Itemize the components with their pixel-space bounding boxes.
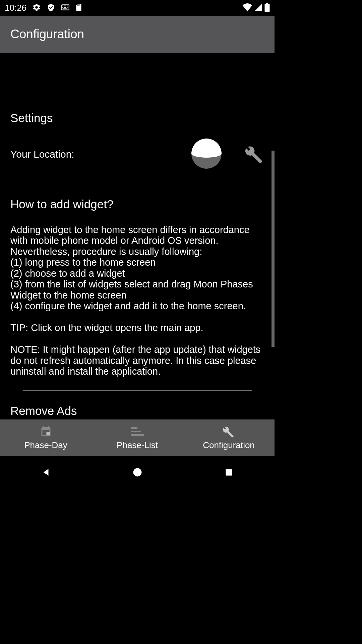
shield-icon [47, 3, 55, 13]
howto-body: Adding widget to the home screen differs… [10, 224, 264, 377]
recents-button[interactable] [202, 462, 256, 482]
svg-rect-18 [46, 432, 50, 436]
gear-icon [32, 3, 41, 13]
signal-icon [254, 3, 262, 13]
wifi-icon [242, 3, 252, 13]
nav-phase-day[interactable]: Phase-Day [0, 420, 92, 456]
svg-rect-20 [131, 431, 141, 432]
status-time: 10:26 [5, 3, 26, 13]
svg-rect-5 [67, 5, 67, 6]
page-title: Configuration [10, 27, 84, 41]
bottom-nav: Phase-Day Phase-List Configuration [0, 419, 275, 456]
system-nav [0, 456, 275, 488]
svg-rect-8 [65, 7, 66, 7]
nav-label: Phase-Day [24, 440, 67, 450]
svg-rect-4 [65, 5, 66, 6]
svg-rect-19 [131, 427, 137, 429]
nav-configuration[interactable]: Configuration [183, 420, 275, 456]
status-left: 10:26 [5, 3, 82, 13]
howto-heading: How to add widget? [10, 198, 264, 211]
svg-rect-23 [226, 469, 232, 476]
removeads-heading: Remove Ads [10, 404, 264, 418]
svg-rect-12 [264, 4, 269, 12]
svg-point-17 [191, 150, 222, 158]
settings-section: Settings Your Location: [0, 53, 275, 170]
location-row: Your Location: [10, 138, 264, 170]
svg-rect-9 [67, 7, 67, 7]
back-button[interactable] [19, 462, 73, 482]
calendar-icon [39, 425, 53, 437]
svg-rect-11 [266, 3, 268, 4]
svg-rect-2 [62, 5, 63, 6]
svg-rect-6 [62, 7, 63, 7]
keyboard-icon [61, 4, 70, 12]
list-icon [131, 425, 144, 437]
scrollbar-indicator[interactable] [272, 151, 275, 347]
status-bar: 10:26 [0, 0, 275, 16]
howto-section: How to add widget? Adding widget to the … [0, 184, 275, 390]
svg-rect-10 [63, 8, 67, 9]
main-content[interactable]: Settings Your Location: How to ad [0, 53, 275, 419]
wrench-icon [222, 425, 236, 437]
wrench-icon[interactable] [245, 144, 264, 164]
svg-rect-3 [64, 5, 65, 6]
location-label: Your Location: [10, 149, 191, 160]
sdcard-icon [75, 3, 82, 13]
svg-rect-21 [131, 434, 144, 436]
svg-point-22 [133, 468, 141, 477]
svg-rect-7 [64, 7, 65, 7]
removeads-section: Remove Ads [0, 391, 275, 419]
status-right [242, 3, 270, 13]
home-button[interactable] [111, 462, 164, 482]
nav-label: Configuration [203, 440, 255, 450]
moon-phase-icon[interactable] [191, 138, 222, 170]
nav-label: Phase-List [117, 440, 158, 450]
battery-icon [264, 3, 270, 13]
nav-phase-list[interactable]: Phase-List [92, 420, 183, 456]
app-bar: Configuration [0, 16, 275, 53]
settings-heading: Settings [10, 111, 264, 125]
